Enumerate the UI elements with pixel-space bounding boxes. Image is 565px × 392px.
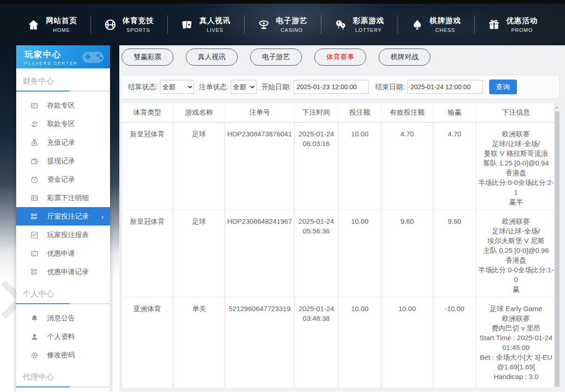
game-category-tabs: 雙赢彩票 真人视讯 电子游艺 体育赛事 棋牌对战 bbox=[121, 49, 559, 66]
order-status-label: 注单状态: bbox=[199, 83, 228, 92]
roulette-icon bbox=[258, 18, 270, 31]
tab-lottery[interactable]: 雙赢彩票 bbox=[122, 49, 173, 66]
cell-game-name: 足球 bbox=[173, 209, 225, 297]
section-title-finance: 财务中心 bbox=[23, 76, 110, 86]
settle-status-select[interactable]: 全部 bbox=[160, 80, 194, 94]
cell-order-no: HDP2308473876041 bbox=[225, 122, 295, 209]
news-list-icon bbox=[31, 194, 38, 202]
nav-label: 彩票游戏 bbox=[353, 16, 384, 26]
sidebar-item-deposit[interactable]: 存款专区 bbox=[16, 96, 110, 115]
nav-item-lives[interactable]: 真人视讯LIVES bbox=[167, 12, 244, 37]
cell-bet-info: 欧洲联赛 足球/让球-全场/ 曼联 V 格拉斯哥流浪 客队 1.25 [0-0]… bbox=[476, 122, 556, 209]
cell-winloss: 9.60 bbox=[433, 209, 476, 297]
sidebar-item-label: 厅室投注记录 bbox=[47, 212, 89, 221]
cell-bet-info: 足球 Early Game 欧洲联赛 费内巴切 v 里昂 Start Time … bbox=[476, 297, 556, 387]
col-header-bet-info: 下注信息 bbox=[476, 104, 556, 122]
gear-icon bbox=[31, 351, 38, 359]
sidebar-item-label: 提现记录 bbox=[47, 157, 75, 165]
sidebar: 玩家中心 PLAYERS CENTER 财务中心 存款专区 取款专区 充值记录 … bbox=[16, 45, 110, 392]
section-title-personal: 个人中心 bbox=[23, 288, 110, 299]
top-strip bbox=[0, 0, 565, 4]
home-icon bbox=[27, 18, 40, 31]
nav-item-chess[interactable]: 棋牌游戏CHESS bbox=[398, 12, 474, 37]
sidebar-item-messages[interactable]: 消息公告 bbox=[16, 309, 110, 327]
nav-item-casino[interactable]: 电子游艺CASINO bbox=[244, 12, 321, 37]
scrollbar-thumb[interactable] bbox=[555, 111, 559, 387]
cell-game-name: 足球 bbox=[173, 122, 225, 209]
cell-valid-bet: 4.70 bbox=[381, 122, 433, 209]
nav-item-sports[interactable]: 体育竞技SPORTS bbox=[91, 12, 167, 37]
sidebar-item-lottery-bet-detail[interactable]: 彩票下注明细 bbox=[16, 189, 110, 207]
sidebar-item-hall-bet-records[interactable]: 厅室投注记录 › bbox=[16, 207, 110, 226]
section-divider bbox=[16, 91, 110, 92]
tab-live[interactable]: 真人视讯 bbox=[186, 49, 238, 66]
end-date-label: 结束日期: bbox=[375, 83, 405, 92]
cell-bet-time: 2025-01-24 03:48:38 bbox=[295, 297, 338, 387]
cell-bet-amount: 10.00 bbox=[338, 122, 381, 209]
tab-casino[interactable]: 电子游艺 bbox=[250, 49, 302, 66]
cell-bet-amount: 10.00 bbox=[338, 297, 381, 387]
sidebar-item-label: 修改密码 bbox=[47, 351, 75, 360]
sidebar-item-promo-apply-records[interactable]: 优惠申请记录 bbox=[16, 263, 110, 281]
sidebar-item-label: 存款专区 bbox=[47, 101, 75, 110]
nav-item-promo[interactable]: 优惠活动PROMO bbox=[474, 12, 551, 37]
nav-item-lottery[interactable]: 彩票游戏LOTTERY bbox=[321, 12, 398, 37]
top-navigation: 网站首页HOME 体育竞技SPORTS 真人视讯LIVES 电子游艺CASINO… bbox=[0, 4, 565, 45]
gift-icon bbox=[488, 18, 500, 31]
hand-coin-icon bbox=[31, 120, 38, 128]
cell-winloss: 4.70 bbox=[433, 122, 476, 209]
spade-icon bbox=[411, 18, 424, 31]
sidebar-item-label: 玩家投注报表 bbox=[47, 231, 89, 239]
sidebar-item-withdraw[interactable]: 取款专区 bbox=[16, 115, 110, 133]
table-row: 新皇冠体育 足球 HDP2308473876041 2025-01-24 06:… bbox=[122, 122, 556, 209]
sidebar-item-label: 取款专区 bbox=[47, 120, 75, 129]
playing-cards-icon bbox=[181, 18, 193, 31]
nav-sublabel: SPORTS bbox=[123, 27, 154, 33]
nav-sublabel: LIVES bbox=[199, 27, 231, 33]
search-button[interactable]: 查询 bbox=[489, 80, 517, 94]
col-header-order-no: 注单号 bbox=[225, 104, 295, 122]
table-header-row: 体育类型 游戏名称 注单号 下注时间 投注额 有效投注额 输赢 下注信息 bbox=[122, 104, 556, 122]
nav-sublabel: LOTTERY bbox=[353, 27, 384, 33]
sidebar-item-withdraw-records[interactable]: 提现记录 bbox=[16, 152, 110, 170]
gamepad-icon bbox=[80, 48, 106, 67]
cell-sport-type: 亚洲体育 bbox=[122, 297, 173, 387]
scrollbar-up-button[interactable]: ▲ bbox=[554, 104, 559, 111]
sidebar-item-change-password[interactable]: 修改密码 bbox=[16, 346, 110, 364]
nav-sublabel: CHESS bbox=[430, 27, 461, 33]
sidebar-item-label: 资金记录 bbox=[47, 175, 75, 184]
tab-chess[interactable]: 棋牌对战 bbox=[379, 49, 430, 66]
end-date-input[interactable] bbox=[407, 80, 483, 94]
sidebar-item-funds-records[interactable]: 资金记录 bbox=[16, 170, 110, 189]
cell-bet-amount: 10.00 bbox=[338, 209, 381, 297]
sidebar-item-promo-apply[interactable]: 优惠申请 bbox=[16, 244, 110, 263]
col-header-game-name: 游戏名称 bbox=[173, 104, 225, 122]
nav-label: 体育竞技 bbox=[123, 16, 154, 26]
cell-bet-info: 欧洲联赛 足球/让球-全场/ 埃尔夫斯堡 V 尼斯 主队 0.25 [0-0]@… bbox=[476, 209, 556, 297]
sidebar-item-label: 优惠申请记录 bbox=[47, 268, 89, 276]
col-header-bet-amount: 投注额 bbox=[338, 104, 381, 122]
list-records-icon bbox=[31, 268, 38, 276]
col-header-winloss: 输赢 bbox=[433, 104, 476, 122]
nav-label: 网站首页 bbox=[46, 16, 77, 26]
col-header-sport-type: 体育类型 bbox=[122, 104, 173, 122]
section-divider bbox=[16, 303, 110, 304]
table-scrollbar[interactable]: ▲ bbox=[554, 104, 559, 387]
start-date-input[interactable] bbox=[294, 80, 369, 94]
tab-sports[interactable]: 体育赛事 bbox=[314, 49, 366, 66]
cell-bet-time: 2025-01-24 06:03:16 bbox=[295, 122, 338, 209]
order-status-select[interactable]: 全部 bbox=[231, 80, 257, 94]
sidebar-item-label: 优惠申请 bbox=[47, 249, 75, 258]
sidebar-item-profile[interactable]: 个人资料 bbox=[16, 327, 110, 346]
sidebar-item-player-bet-report[interactable]: 玩家投注报表 bbox=[16, 226, 110, 244]
filter-bar: 结算状态: 全部 注单状态: 全部 开始日期: 结束日期: 查询 bbox=[121, 75, 559, 99]
ticket-icon bbox=[31, 250, 38, 257]
sidebar-item-recharge-records[interactable]: 充值记录 bbox=[16, 133, 110, 152]
money-bag-icon bbox=[31, 139, 38, 147]
table-row: 亚洲体育 单关 5212960647723319 2025-01-24 03:4… bbox=[122, 297, 556, 387]
cell-order-no: 5212960647723319 bbox=[225, 297, 295, 387]
nav-item-home[interactable]: 网站首页HOME bbox=[14, 12, 91, 37]
nav-label: 优惠活动 bbox=[506, 16, 538, 26]
lottery-balls-icon bbox=[334, 18, 347, 31]
col-header-valid-bet: 有效投注额 bbox=[381, 104, 433, 122]
